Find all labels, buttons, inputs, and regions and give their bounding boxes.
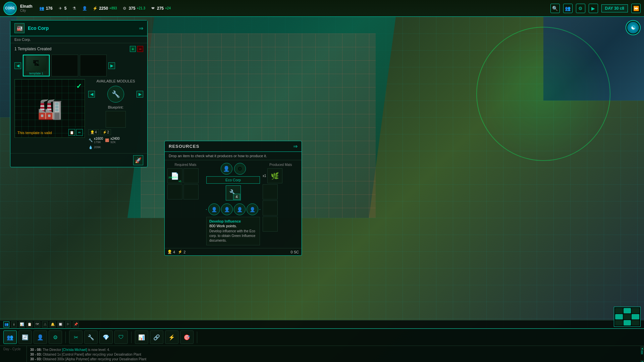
produced-slots: x1 🌿	[263, 168, 299, 232]
toolbar-separator-1	[65, 331, 66, 343]
mini-tile-2	[624, 308, 631, 313]
green-highlight-area	[476, 27, 610, 161]
faction-icon: ☯	[627, 22, 639, 34]
play-button[interactable]: ▶	[589, 4, 598, 13]
toolbar-btn-wrench[interactable]: 🔧	[84, 330, 98, 344]
remove-template-button[interactable]: −	[137, 46, 143, 52]
action-icon-3[interactable]: 👤	[234, 203, 246, 215]
search-button[interactable]: 🔍	[550, 4, 560, 13]
toolbar-btn-target[interactable]: 🎯	[180, 330, 194, 344]
produced-slot-1[interactable]: 🌿	[267, 168, 282, 183]
develop-desc: Develop influence with the Eco corp. to …	[209, 229, 257, 243]
mini-tile-3	[632, 308, 639, 313]
toolbar-btn-units[interactable]: 👥	[3, 330, 17, 344]
action-icon-2[interactable]: 👤	[221, 203, 233, 215]
stat-population: 👥 176	[39, 6, 53, 11]
toolbar-btn-lightning[interactable]: ⚡	[165, 330, 178, 344]
module-next-button[interactable]: ▶	[137, 91, 143, 98]
action-icon-4[interactable]: 👤	[247, 203, 258, 215]
required-slots-grid: 📄 x1 209930	[167, 168, 204, 199]
log-link-1[interactable]: [Christa Michael]	[62, 348, 87, 352]
toolbar-btn-shield[interactable]: 🛡	[114, 330, 128, 344]
status-icon-7[interactable]: 🔔	[50, 321, 56, 327]
log-scroll-up[interactable]: ▲	[641, 347, 644, 350]
log-scroll-thumb	[641, 350, 643, 354]
required-slot-3	[167, 184, 182, 199]
health-delta: +24	[165, 6, 171, 10]
template-1-preview: 🏗	[26, 56, 46, 71]
toolbar-btn-link[interactable]: 🔗	[150, 330, 163, 344]
stat-energy: ⚡ 2250 +893	[92, 6, 117, 11]
preview-tool-2[interactable]: ✏	[76, 129, 83, 136]
resources-header: RESOURCES ⇒	[165, 141, 302, 152]
status-icon-1[interactable]: 👥	[3, 321, 9, 327]
add-template-button[interactable]: +	[130, 46, 136, 52]
toolbar-btn-cut[interactable]: ✂	[69, 330, 83, 344]
bottom-toolbar: 👥 🔄 👤 ⚙ ✂ 🔧 💎 🛡 📊 🔗 ⚡ 🎯	[0, 329, 644, 346]
stat-badges: 👷4 ⚡2	[88, 129, 143, 135]
resource-costs: 🔧 x1600 179K 🧱 x2400 92K	[88, 137, 143, 149]
deploy-button[interactable]: 🚀	[133, 155, 143, 165]
city-type: City	[20, 9, 33, 12]
stat-health: ❤ 275 +24	[150, 6, 171, 11]
template-1-thumb[interactable]: 🏗 template 1	[23, 55, 50, 76]
day-counter: DAY 30 c8	[601, 4, 628, 12]
produced-slot-row-1: x1 🌿	[263, 168, 299, 183]
footer-stat-energy: ⚡ 2	[178, 250, 185, 254]
status-icon-5[interactable]: 🗺	[34, 321, 40, 327]
log-day-1: 30 - 08:	[30, 348, 43, 352]
toolbar-btn-refresh[interactable]: 🔄	[18, 330, 32, 344]
faction-button[interactable]: ☯	[626, 20, 641, 35]
blueprint-label: Blueprint:	[88, 105, 143, 109]
cost-item-1: 🔧 x1600 179K	[88, 137, 103, 144]
status-icon-9[interactable]: 🏳	[65, 321, 71, 327]
toolbar-separator-2	[131, 331, 131, 343]
status-icon-2[interactable]: 🌡	[11, 321, 17, 327]
toolbar-btn-gem[interactable]: 💎	[99, 330, 113, 344]
status-icon-10[interactable]: 📌	[73, 321, 79, 327]
required-slot-4	[183, 184, 199, 199]
city-name: Elnath	[20, 4, 33, 9]
production-delta: +21.3	[137, 6, 145, 10]
panel-close-button[interactable]: ⇒	[139, 25, 143, 32]
settings-button[interactable]: ⚙	[576, 4, 585, 13]
toolbar-btn-person[interactable]: 👤	[34, 330, 47, 344]
mini-tile-8	[624, 320, 631, 325]
mini-tile-6	[632, 314, 639, 319]
template-2-empty[interactable]	[51, 55, 78, 76]
log-scroll-down[interactable]: ▼	[641, 360, 644, 362]
process-icon-1[interactable]: 👤	[221, 163, 232, 175]
resources-title: RESOURCES	[169, 144, 199, 149]
resources-close-button[interactable]: ⇒	[293, 143, 298, 149]
health-icon: ❤	[150, 6, 156, 11]
process-icon-2[interactable]: ⚙	[234, 163, 246, 175]
log-scrollbar: ▲ ▼	[640, 346, 644, 362]
community-button[interactable]: 👥	[563, 4, 573, 13]
action-icon-1[interactable]: 👤	[208, 203, 220, 215]
log-rest-1: is now level: 4.	[88, 348, 110, 352]
toolbar-btn-chart[interactable]: 📊	[135, 330, 148, 344]
required-slot-1[interactable]: 📄 x1 209930	[167, 168, 182, 183]
fast-forward-button[interactable]: ⏩	[631, 4, 641, 13]
produced-x1-label: x1	[263, 174, 266, 178]
log-day-2: 30 - 03:	[30, 353, 43, 356]
preview-tool-1[interactable]: 📋	[68, 129, 75, 136]
log-text-2: Obtained 1x [Control Panel] after recycl…	[43, 353, 141, 356]
status-icon-6[interactable]: ⚠	[42, 321, 48, 327]
res-center-section: 👤 ⚙ Eco Corp 🔧 4 · 👤 👤 👤 👤 · Develop Inf…	[206, 163, 260, 245]
template-3-empty[interactable]	[80, 55, 107, 76]
toolbar-btn-settings[interactable]: ⚙	[49, 330, 62, 344]
templates-prev-button[interactable]: ◀	[14, 62, 21, 69]
mini-map[interactable]	[614, 307, 641, 327]
module-prev-button[interactable]: ◀	[88, 91, 95, 98]
status-icon-3[interactable]: 📊	[19, 321, 25, 327]
cost-item-3: 💧 209K	[88, 145, 101, 149]
stat-production: ⚙ 375 +21.3	[122, 6, 145, 11]
templates-next-button[interactable]: ▶	[108, 62, 115, 69]
status-icon-4[interactable]: 📋	[26, 321, 33, 327]
production-icon: ⚙	[122, 6, 127, 11]
resources-panel: RESOURCES ⇒ Drop an item to check what i…	[164, 141, 302, 256]
mini-tile-9	[632, 320, 639, 325]
status-icon-8[interactable]: 🔲	[57, 321, 63, 327]
game-logo: CORE	[3, 2, 17, 15]
